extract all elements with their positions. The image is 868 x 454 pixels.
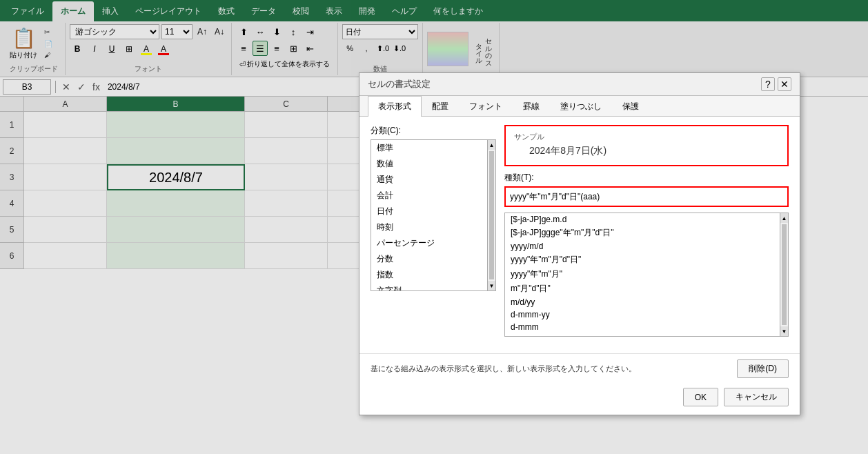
category-label: 分類(C):	[371, 125, 496, 137]
category-item-time[interactable]: 時刻	[371, 219, 487, 235]
sample-box: サンプル 2024年8月7日(水)	[504, 125, 789, 166]
format-item-6[interactable]: m/d/yy	[505, 296, 780, 308]
format-item-2[interactable]: yyyy/m/d	[505, 240, 780, 253]
format-item-8[interactable]: d-mmm	[505, 321, 780, 333]
category-section: 分類(C): 標準 数値 通貨 会計 日付 時刻 パーセンテージ	[371, 125, 789, 337]
footer-description: 基になる組み込みの表示形式を選択し、新しい表示形式を入力してください。	[371, 364, 636, 374]
format-scroll-thumb[interactable]	[782, 224, 787, 325]
category-item-standard[interactable]: 標準	[371, 140, 487, 156]
scroll-thumb[interactable]	[489, 151, 494, 279]
category-item-number[interactable]: 数値	[371, 156, 487, 172]
category-item-percentage[interactable]: パーセンテージ	[371, 235, 487, 251]
dialog-close-button[interactable]: ✕	[778, 77, 791, 91]
category-item-currency[interactable]: 通貨	[371, 172, 487, 188]
dialog-controls: ? ✕	[761, 77, 791, 91]
format-item-3[interactable]: yyyy"年"m"月"d"日"	[505, 253, 780, 267]
format-scroll-up-button[interactable]: ▲	[780, 213, 788, 223]
dialog-help-button[interactable]: ?	[761, 77, 775, 91]
category-item-accounting[interactable]: 会計	[371, 188, 487, 204]
dialog-action-buttons: OK キャンセル	[359, 384, 800, 415]
dialog-footer: 基になる組み込みの表示形式を選択し、新しい表示形式を入力してください。 削除(D…	[359, 353, 800, 384]
category-item-date[interactable]: 日付	[371, 204, 487, 219]
scroll-up-button[interactable]: ▲	[488, 140, 495, 150]
type-input-box	[504, 186, 789, 207]
format-item-5[interactable]: m"月"d"日"	[505, 282, 780, 296]
format-scroll-down-button[interactable]: ▼	[780, 326, 788, 336]
cancel-button[interactable]: キャンセル	[724, 388, 789, 406]
format-item-4[interactable]: yyyy"年"m"月"	[505, 267, 780, 282]
format-item-0[interactable]: [$-ja-JP]ge.m.d	[505, 213, 780, 226]
dialog-tab-protection[interactable]: 保護	[612, 96, 649, 117]
category-scrollbar: ▲ ▼	[488, 139, 496, 291]
format-list-container: [$-ja-JP]ge.m.d [$-ja-JP]ggge"年"m"月"d"日"…	[504, 213, 789, 337]
sample-value: 2024年8月7日(水)	[514, 145, 779, 157]
dialog-title: セルの書式設定	[368, 78, 431, 90]
ok-button[interactable]: OK	[683, 388, 718, 406]
format-right: サンプル 2024年8月7日(水) 種類(T):	[504, 125, 789, 337]
format-item-7[interactable]: d-mmm-yy	[505, 308, 780, 321]
type-label: 種類(T):	[504, 172, 789, 184]
dialog-tab-format[interactable]: 表示形式	[368, 96, 422, 117]
category-column: 分類(C): 標準 数値 通貨 会計 日付 時刻 パーセンテージ	[371, 125, 496, 337]
category-list-container: 標準 数値 通貨 会計 日付 時刻 パーセンテージ 分数 指数 文字列 その他	[371, 139, 496, 291]
sample-label: サンプル	[514, 132, 779, 142]
format-list[interactable]: [$-ja-JP]ge.m.d [$-ja-JP]ggge"年"m"月"d"日"…	[504, 213, 780, 337]
category-item-fraction[interactable]: 分数	[371, 251, 487, 267]
format-cells-dialog: セルの書式設定 ? ✕ 表示形式 配置 フォント 罫線 塗りつぶし 保護 分類(…	[359, 72, 800, 415]
type-section: 種類(T):	[504, 172, 789, 207]
dialog-tabs: 表示形式 配置 フォント 罫線 塗りつぶし 保護	[359, 96, 800, 117]
dialog-tab-border[interactable]: 罫線	[513, 96, 550, 117]
delete-button[interactable]: 削除(D)	[737, 359, 789, 378]
scroll-down-button[interactable]: ▼	[488, 281, 495, 290]
category-list[interactable]: 標準 数値 通貨 会計 日付 時刻 パーセンテージ 分数 指数 文字列 その他	[371, 139, 488, 291]
format-scrollbar: ▲ ▼	[780, 213, 789, 337]
dialog-tab-alignment[interactable]: 配置	[422, 96, 459, 117]
category-item-text[interactable]: 文字列	[371, 283, 487, 291]
format-item-9[interactable]: mmm-yy	[505, 333, 780, 337]
category-item-scientific[interactable]: 指数	[371, 267, 487, 283]
dialog-overlay: セルの書式設定 ? ✕ 表示形式 配置 フォント 罫線 塗りつぶし 保護 分類(…	[0, 0, 868, 454]
type-input[interactable]	[506, 188, 787, 206]
category-list-inner: 標準 数値 通貨 会計 日付 時刻 パーセンテージ 分数 指数 文字列 その他	[371, 139, 488, 291]
format-item-1[interactable]: [$-ja-JP]ggge"年"m"月"d"日"	[505, 226, 780, 240]
dialog-tab-font[interactable]: フォント	[459, 96, 513, 117]
dialog-body: 分類(C): 標準 数値 通貨 会計 日付 時刻 パーセンテージ	[359, 117, 800, 353]
dialog-titlebar: セルの書式設定 ? ✕	[359, 73, 800, 96]
format-list-inner: [$-ja-JP]ge.m.d [$-ja-JP]ggge"年"m"月"d"日"…	[504, 213, 780, 337]
dialog-tab-fill[interactable]: 塗りつぶし	[550, 96, 612, 117]
